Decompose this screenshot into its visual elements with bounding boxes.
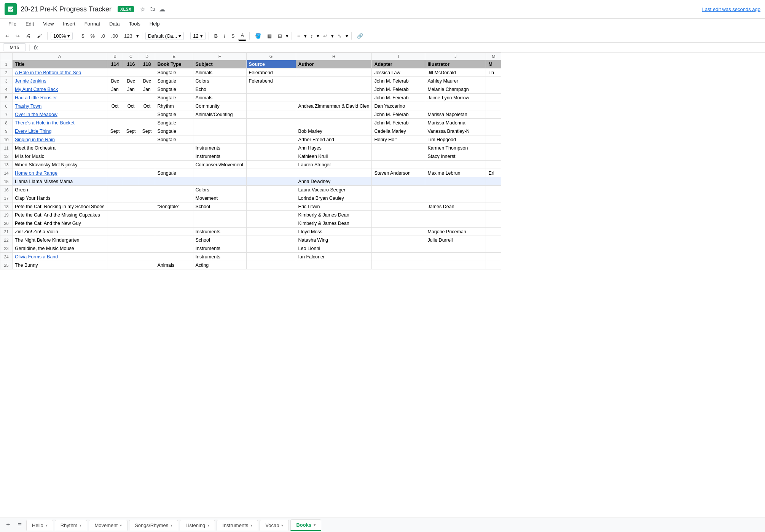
cell-J-9[interactable]: Vanessa Brantley-N [425,127,486,135]
cell-F-9[interactable] [193,127,246,135]
cell-D-22[interactable] [139,236,155,244]
cell-A-4[interactable]: My Aunt Came Back [13,85,107,94]
cell-E-24[interactable] [155,253,193,261]
cell-K-10[interactable] [486,135,501,144]
row-number[interactable]: 5 [0,94,13,102]
cell-K-21[interactable] [486,228,501,236]
cell-A-17[interactable]: Clap Your Hands [13,194,107,202]
wrap-button[interactable]: ↵ [321,32,330,40]
cell-K-23[interactable] [486,244,501,253]
row-number[interactable]: 10 [0,135,13,144]
cell-F-8[interactable] [193,119,246,127]
cell-J-19[interactable] [425,211,486,219]
cell-F-17[interactable]: Movement [193,194,246,202]
valign-button[interactable]: ↕ [308,32,316,40]
cell-F-6[interactable]: Community [193,102,246,110]
cell-J-20[interactable] [425,219,486,228]
cell-C-2[interactable] [123,68,139,77]
cell-H-10[interactable]: Arther Freed and [296,135,372,144]
cell-H-6[interactable]: Andrea Zimmerman & David Clen [296,102,372,110]
cell-D-2[interactable] [139,68,155,77]
cell-K-24[interactable] [486,253,501,261]
font-select[interactable]: Default (Ca... ▾ [145,32,184,40]
cell-I-18[interactable] [372,202,425,211]
cell-I-16[interactable] [372,186,425,194]
cell-D-16[interactable] [139,186,155,194]
cell-G-24[interactable] [246,253,296,261]
cell-E-13[interactable] [155,161,193,169]
row-number[interactable]: 3 [0,77,13,85]
cell-I-12[interactable] [372,152,425,161]
cell-F-25[interactable]: Acting [193,261,246,269]
cell-K-14[interactable]: Eri [486,169,501,177]
cell-B-6[interactable]: Oct [107,102,123,110]
cell-K-5[interactable] [486,94,501,102]
decimal-decrease-button[interactable]: .0 [99,32,107,40]
cell-D-20[interactable] [139,219,155,228]
cell-K-9[interactable] [486,127,501,135]
cell-F-1[interactable]: Subject [193,60,246,68]
cell-B-18[interactable] [107,202,123,211]
text-color-button[interactable]: A [238,31,246,41]
cell-F-3[interactable]: Colors [193,77,246,85]
row-number[interactable]: 19 [0,211,13,219]
cell-E-6[interactable]: Rhythm [155,102,193,110]
cell-D-11[interactable] [139,144,155,152]
cell-K-7[interactable] [486,110,501,119]
cell-C-20[interactable] [123,219,139,228]
cell-D-14[interactable] [139,169,155,177]
row-number[interactable]: 8 [0,119,13,127]
row-number[interactable]: 24 [0,253,13,261]
cell-G-6[interactable] [246,102,296,110]
cell-G-14[interactable] [246,169,296,177]
row-number[interactable]: 18 [0,202,13,211]
col-header-H[interactable]: H [296,53,372,60]
cell-H-1[interactable]: Author [296,60,372,68]
cell-C-22[interactable] [123,236,139,244]
cell-H-5[interactable] [296,94,372,102]
cell-E-20[interactable] [155,219,193,228]
cell-B-20[interactable] [107,219,123,228]
cell-K-3[interactable] [486,77,501,85]
cell-G-17[interactable] [246,194,296,202]
cell-B-14[interactable] [107,169,123,177]
cell-C-6[interactable]: Oct [123,102,139,110]
row-number[interactable]: 7 [0,110,13,119]
size-select[interactable]: 12 ▾ [190,32,205,40]
cell-D-4[interactable]: Jan [139,85,155,94]
cell-F-14[interactable] [193,169,246,177]
cell-J-22[interactable]: Julie Durrell [425,236,486,244]
cell-A-3[interactable]: Jennie Jenkins [13,77,107,85]
row-number[interactable]: 6 [0,102,13,110]
cell-D-5[interactable] [139,94,155,102]
cell-H-7[interactable] [296,110,372,119]
cell-C-15[interactable] [123,177,139,186]
cell-C-8[interactable] [123,119,139,127]
row-number[interactable]: 22 [0,236,13,244]
col-header-M[interactable]: M [486,53,501,60]
cell-D-9[interactable]: Sept [139,127,155,135]
cell-I-5[interactable]: John M. Feierab [372,94,425,102]
cell-K-11[interactable] [486,144,501,152]
cell-H-18[interactable]: Eric Litwin [296,202,372,211]
cell-H-11[interactable]: Ann Hayes [296,144,372,152]
cell-A-22[interactable]: The Night Before Kindergarten [13,236,107,244]
cell-I-17[interactable] [372,194,425,202]
undo-button[interactable]: ↩ [3,32,12,40]
menu-tools[interactable]: Tools [125,19,144,28]
cell-J-18[interactable]: James Dean [425,202,486,211]
align-button[interactable]: ≡ [295,32,303,40]
cell-C-11[interactable] [123,144,139,152]
cell-H-2[interactable] [296,68,372,77]
cell-H-21[interactable]: Lloyd Moss [296,228,372,236]
cell-H-4[interactable] [296,85,372,94]
cell-K-19[interactable] [486,211,501,219]
row-number[interactable]: 1 [0,60,13,68]
col-header-B[interactable]: B [107,53,123,60]
cell-D-15[interactable] [139,177,155,186]
col-header-G[interactable]: G [246,53,296,60]
cell-G-8[interactable] [246,119,296,127]
cell-J-12[interactable]: Stacy Innerst [425,152,486,161]
cell-G-23[interactable] [246,244,296,253]
cell-F-16[interactable]: Colors [193,186,246,194]
